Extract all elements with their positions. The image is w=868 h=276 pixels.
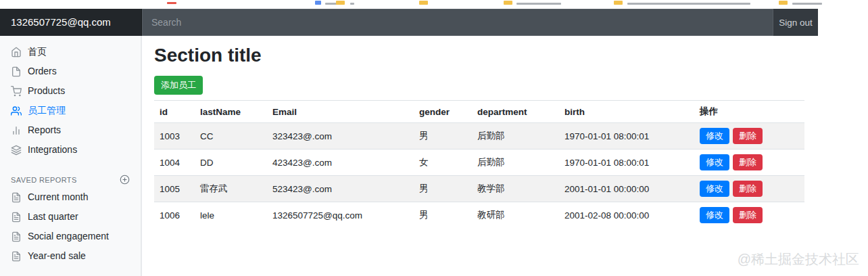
sidebar-item-reports[interactable]: Reports xyxy=(0,120,141,140)
users-icon xyxy=(11,106,22,116)
sidebar-item-label: Last quarter xyxy=(28,211,78,223)
saved-reports-header: SAVED REPORTS xyxy=(0,172,141,187)
column-header-birth: birth xyxy=(559,101,694,123)
cell-birth: 2001-01-01 00:00:00 xyxy=(559,176,694,202)
bookmark-item[interactable] xyxy=(167,2,176,4)
delete-button[interactable]: 删除 xyxy=(733,128,763,144)
shopping-cart-icon xyxy=(11,86,22,97)
sidebar-item-products[interactable]: Products xyxy=(0,81,141,101)
cell-email: 1326507725@qq.com xyxy=(267,202,414,229)
top-navbar: 1326507725@qq.com Sign out xyxy=(0,9,818,36)
column-header-email: Email xyxy=(267,101,414,123)
sidebar-item-year-end-sale[interactable]: Year-end sale xyxy=(0,246,141,266)
sidebar-item-social-engagement[interactable]: Social engagement xyxy=(0,227,141,246)
column-header-gender: gender xyxy=(414,101,472,123)
main-content: Section title 添加员工 id lastName Email gen… xyxy=(142,36,818,276)
edit-button[interactable]: 修改 xyxy=(700,128,729,144)
sidebar-item-integrations[interactable]: Integrations xyxy=(0,140,141,160)
cell-id: 1006 xyxy=(154,202,195,229)
bookmark-folder-icon[interactable] xyxy=(336,1,345,5)
edit-button[interactable]: 修改 xyxy=(700,207,729,223)
bookmark-item[interactable] xyxy=(315,1,321,5)
sidebar-item-label: Orders xyxy=(28,66,57,77)
cell-actions: 修改删除 xyxy=(694,176,804,202)
cell-id: 1004 xyxy=(154,150,195,176)
column-header-actions: 操作 xyxy=(694,101,804,123)
cell-email: 323423@.com xyxy=(267,123,414,150)
cell-id: 1005 xyxy=(154,176,195,202)
bookmark-folder-icon[interactable] xyxy=(779,1,788,5)
cell-lastname: lele xyxy=(195,202,267,229)
cell-birth: 1970-01-01 08:00:01 xyxy=(559,150,694,176)
column-header-id: id xyxy=(154,101,195,123)
cell-gender: 男 xyxy=(414,176,472,202)
sidebar-item-current-month[interactable]: Current month xyxy=(0,187,141,207)
navbar-brand[interactable]: 1326507725@qq.com xyxy=(0,9,142,36)
sidebar-item-label: Reports xyxy=(28,124,61,136)
cell-actions: 修改删除 xyxy=(694,150,804,176)
sidebar-item-orders[interactable]: Orders xyxy=(0,62,141,81)
delete-button[interactable]: 删除 xyxy=(733,207,763,223)
bookmark-folder-icon[interactable] xyxy=(504,1,512,5)
cell-birth: 2001-02-08 00:00:00 xyxy=(559,202,694,229)
bookmark-folder-icon[interactable] xyxy=(419,1,428,5)
cell-department: 后勤部 xyxy=(472,123,559,150)
bookmark-folder-icon[interactable] xyxy=(614,1,623,5)
sidebar-item-label: Products xyxy=(28,85,65,97)
file-text-icon xyxy=(11,231,22,242)
cell-id: 1003 xyxy=(154,123,195,150)
search-container xyxy=(142,9,773,36)
cell-gender: 男 xyxy=(414,123,472,150)
cell-department: 教研部 xyxy=(472,202,559,229)
bookmark-label-fragment xyxy=(627,3,750,5)
add-employee-button[interactable]: 添加员工 xyxy=(154,76,203,95)
sidebar-item-label: 员工管理 xyxy=(28,105,66,116)
delete-button[interactable]: 删除 xyxy=(733,154,763,170)
sidebar-item-label: Year-end sale xyxy=(28,250,86,262)
cell-birth: 1970-01-01 08:00:01 xyxy=(559,123,694,150)
cell-email: 423423@.com xyxy=(267,150,414,176)
file-text-icon xyxy=(11,212,22,223)
table-row: 1005 雷存武 523423@.com 男 教学部 2001-01-01 00… xyxy=(154,176,804,202)
employee-table: id lastName Email gender department birt… xyxy=(154,100,804,228)
column-header-lastname: lastName xyxy=(195,101,267,123)
sign-out-link[interactable]: Sign out xyxy=(773,9,818,36)
table-row: 1003 CC 323423@.com 男 后勤部 1970-01-01 08:… xyxy=(154,123,804,150)
cell-gender: 女 xyxy=(414,150,472,176)
edit-button[interactable]: 修改 xyxy=(700,154,729,170)
table-header-row: id lastName Email gender department birt… xyxy=(154,101,804,123)
sidebar-item-last-quarter[interactable]: Last quarter xyxy=(0,207,141,227)
bar-chart-icon xyxy=(11,125,22,136)
sidebar-item-label: 首页 xyxy=(28,46,47,58)
layers-icon xyxy=(11,145,22,156)
bookmark-label-fragment xyxy=(792,3,822,5)
cell-department: 教学部 xyxy=(472,176,559,202)
file-icon xyxy=(11,66,22,77)
home-icon xyxy=(11,47,22,58)
sidebar-item-employee-management[interactable]: 员工管理 xyxy=(0,101,141,120)
cell-lastname: 雷存武 xyxy=(195,176,267,202)
sidebar-item-label: Social engagement xyxy=(28,231,109,242)
table-row: 1006 lele 1326507725@qq.com 男 教研部 2001-0… xyxy=(154,202,804,229)
cell-lastname: DD xyxy=(195,150,267,176)
table-row: 1004 DD 423423@.com 女 后勤部 1970-01-01 08:… xyxy=(154,150,804,176)
file-text-icon xyxy=(11,192,22,203)
sidebar: 首页 Orders Products 员工管理 Reports Integrat… xyxy=(0,36,142,276)
column-header-department: department xyxy=(472,101,559,123)
file-text-icon xyxy=(11,251,22,262)
search-input[interactable] xyxy=(142,9,773,36)
cell-email: 523423@.com xyxy=(267,176,414,202)
cell-actions: 修改删除 xyxy=(694,202,804,229)
sidebar-item-label: Integrations xyxy=(28,144,77,156)
delete-button[interactable]: 删除 xyxy=(733,181,763,197)
sidebar-item-home[interactable]: 首页 xyxy=(0,42,141,62)
saved-reports-title: SAVED REPORTS xyxy=(11,176,77,184)
cell-lastname: CC xyxy=(195,123,267,150)
browser-bookmarks-bar xyxy=(0,0,868,9)
bookmark-label-fragment xyxy=(516,3,561,5)
sidebar-item-label: Current month xyxy=(28,191,88,203)
edit-button[interactable]: 修改 xyxy=(700,181,729,197)
bookmark-label-fragment xyxy=(350,3,354,5)
plus-circle-icon[interactable] xyxy=(120,175,130,185)
cell-department: 后勤部 xyxy=(472,150,559,176)
